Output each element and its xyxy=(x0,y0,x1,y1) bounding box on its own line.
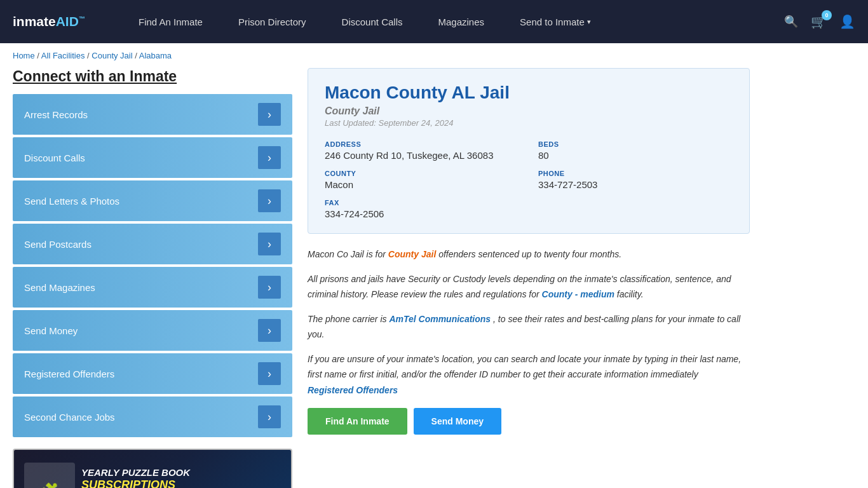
find-inmate-button[interactable]: Find An Inmate xyxy=(308,408,407,435)
amtel-link[interactable]: AmTel Communications xyxy=(389,314,491,324)
arrow-icon: › xyxy=(258,362,281,385)
breadcrumb-alabama[interactable]: Alabama xyxy=(139,51,172,60)
arrow-icon: › xyxy=(258,146,281,169)
site-header: inmateAID™ Find An Inmate Prison Directo… xyxy=(0,0,868,43)
description-area: Macon Co Jail is for County Jail offende… xyxy=(308,247,750,398)
ad-puzzle-graphic: 🧩 xyxy=(24,463,75,488)
send-money-button[interactable]: Send Money xyxy=(414,408,501,435)
county-medium-link[interactable]: County - medium xyxy=(542,289,614,299)
info-fax: FAX 334-724-2506 xyxy=(325,199,519,219)
arrow-icon: › xyxy=(258,233,281,255)
nav-magazines[interactable]: Magazines xyxy=(420,0,502,43)
dropdown-arrow-icon: ▾ xyxy=(587,18,591,26)
breadcrumb-home[interactable]: Home xyxy=(13,51,35,60)
description-para3: The phone carrier is AmTel Communication… xyxy=(308,311,750,342)
sidebar-item-send-postcards[interactable]: Send Postcards › xyxy=(13,224,292,264)
description-para2: All prisons and jails have Security or C… xyxy=(308,271,750,302)
info-address: ADDRESS 246 County Rd 10, Tuskegee, AL 3… xyxy=(325,140,519,161)
address-value: 246 County Rd 10, Tuskegee, AL 36083 xyxy=(325,150,519,161)
phone-value: 334-727-2503 xyxy=(538,179,733,190)
info-grid: ADDRESS 246 County Rd 10, Tuskegee, AL 3… xyxy=(325,140,733,219)
nav-send-to-inmate[interactable]: Send to Inmate ▾ xyxy=(502,0,609,43)
ad-inner: 🧩 YEARLY PUZZLE BOOK SUBSCRIPTIONS START… xyxy=(14,450,291,488)
sidebar-item-second-chance-jobs[interactable]: Second Chance Jobs › xyxy=(13,396,292,437)
sidebar-item-send-magazines[interactable]: Send Magazines › xyxy=(13,267,292,308)
ad-title-line1: YEARLY PUZZLE BOOK xyxy=(81,467,264,478)
action-buttons: Find An Inmate Send Money xyxy=(308,408,750,435)
breadcrumb-all-facilities[interactable]: All Facilities xyxy=(41,51,85,60)
description-para1: Macon Co Jail is for County Jail offende… xyxy=(308,247,750,262)
fax-label: FAX xyxy=(325,199,519,207)
header-icons: 🔍 🛒 0 👤 xyxy=(784,14,855,29)
county-value: Macon xyxy=(325,179,519,190)
beds-value: 80 xyxy=(538,150,733,161)
facility-card: Macon County AL Jail County Jail Last Up… xyxy=(308,68,750,234)
main-nav: Find An Inmate Prison Directory Discount… xyxy=(121,0,778,43)
sidebar-item-arrest-records[interactable]: Arrest Records › xyxy=(13,94,292,135)
info-phone: PHONE 334-727-2503 xyxy=(538,170,733,190)
nav-find-inmate[interactable]: Find An Inmate xyxy=(121,0,220,43)
main-content: Macon County AL Jail County Jail Last Up… xyxy=(308,68,750,488)
sidebar-item-discount-calls[interactable]: Discount Calls › xyxy=(13,137,292,178)
arrow-icon: › xyxy=(258,103,281,126)
arrow-icon: › xyxy=(258,276,281,299)
facility-updated: Last Updated: September 24, 2024 xyxy=(325,118,733,128)
sidebar-item-registered-offenders[interactable]: Registered Offenders › xyxy=(13,353,292,394)
logo: inmateAID™ xyxy=(13,14,85,29)
ad-title-line2: SUBSCRIPTIONS xyxy=(81,478,264,488)
breadcrumb: Home / All Facilities / County Jail / Al… xyxy=(0,43,868,68)
sidebar-item-send-letters[interactable]: Send Letters & Photos › xyxy=(13,180,292,221)
facility-name: Macon County AL Jail xyxy=(325,83,733,103)
arrow-icon: › xyxy=(258,405,281,428)
nav-discount-calls[interactable]: Discount Calls xyxy=(324,0,421,43)
sidebar-ad[interactable]: 🧩 YEARLY PUZZLE BOOK SUBSCRIPTIONS START… xyxy=(13,449,292,488)
user-icon[interactable]: 👤 xyxy=(839,14,855,29)
description-para4: If you are unsure of your inmate's locat… xyxy=(308,351,750,398)
arrow-icon: › xyxy=(258,319,281,342)
facility-type: County Jail xyxy=(325,105,733,117)
sidebar: Connect with an Inmate Arrest Records › … xyxy=(13,68,292,488)
breadcrumb-county-jail[interactable]: County Jail xyxy=(92,51,132,60)
search-icon[interactable]: 🔍 xyxy=(784,15,798,29)
registered-offenders-link[interactable]: Registered Offenders xyxy=(308,385,398,395)
sidebar-title: Connect with an Inmate xyxy=(13,68,292,85)
nav-prison-directory[interactable]: Prison Directory xyxy=(220,0,324,43)
address-label: ADDRESS xyxy=(325,140,519,148)
county-jail-link[interactable]: County Jail xyxy=(388,249,436,259)
main-layout: Connect with an Inmate Arrest Records › … xyxy=(0,68,763,488)
cart-badge: 0 xyxy=(822,10,832,20)
cart-wrapper[interactable]: 🛒 0 xyxy=(811,14,827,29)
county-label: COUNTY xyxy=(325,170,519,177)
phone-label: PHONE xyxy=(538,170,733,177)
info-county: COUNTY Macon xyxy=(325,170,519,190)
sidebar-item-send-money[interactable]: Send Money › xyxy=(13,310,292,351)
arrow-icon: › xyxy=(258,189,281,212)
fax-value: 334-724-2506 xyxy=(325,208,519,219)
info-beds: BEDS 80 xyxy=(538,140,733,161)
beds-label: BEDS xyxy=(538,140,733,148)
sidebar-menu: Arrest Records › Discount Calls › Send L… xyxy=(13,94,292,437)
logo-area[interactable]: inmateAID™ xyxy=(13,14,114,29)
